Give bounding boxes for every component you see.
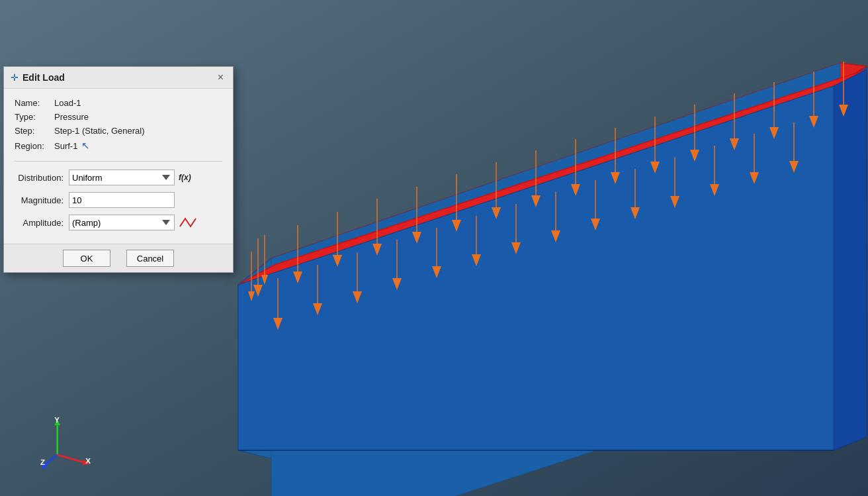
amplitude-row: Amplitude: (Ramp) Step Smooth Step [15,215,222,230]
type-row: Type: Pressure [15,112,222,122]
ok-button[interactable]: OK [63,250,110,267]
distribution-row: Distribution: Uniform User-defined f(x) [15,170,222,185]
cancel-button[interactable]: Cancel [126,250,174,267]
step-row: Step: Step-1 (Static, General) [15,126,222,136]
type-value: Pressure [54,112,89,122]
cursor-icon: ↖ [81,140,90,152]
svg-line-81 [58,455,84,463]
name-value: Load-1 [54,98,81,108]
magnitude-label: Magnitude: [15,195,69,205]
magnitude-input[interactable] [69,192,175,208]
svg-marker-10 [834,70,867,450]
divider [15,161,222,162]
svg-line-79 [44,455,58,465]
fx-button[interactable]: f(x) [179,173,191,182]
name-label: Name: [15,98,54,108]
distribution-label: Distribution: [15,173,69,183]
form-section: Distribution: Uniform User-defined f(x) … [15,170,222,230]
dialog-title: Edit Load [22,72,65,83]
region-label: Region: [15,141,54,151]
amplitude-select[interactable]: (Ramp) Step Smooth Step [69,215,175,230]
region-value: Surf-1 [54,141,77,151]
name-row: Name: Load-1 [15,98,222,108]
magnitude-row: Magnitude: [15,192,222,208]
distribution-select[interactable]: Uniform User-defined [69,170,175,185]
x-axis-label: X [85,457,91,465]
z-axis-label: Z [40,458,45,466]
y-axis-label: Y [54,417,60,424]
amplitude-label: Amplitude: [15,218,69,228]
dialog-footer: OK Cancel [4,244,233,272]
ramp-icon [179,216,197,229]
region-row: Region: Surf-1 ↖ [15,140,222,152]
step-label: Step: [15,126,54,136]
type-label: Type: [15,112,54,122]
dialog-body: Name: Load-1 Type: Pressure Step: Step-1… [4,89,233,244]
dialog-titlebar[interactable]: ✛ Edit Load × [4,67,233,89]
axis-indicator: Y Z X [40,417,93,470]
dialog-close-button[interactable]: × [215,71,226,84]
edit-load-dialog: ✛ Edit Load × Name: Load-1 Type: Pressur… [3,66,234,273]
dialog-icon: ✛ [11,72,19,83]
step-value: Step-1 (Static, General) [54,126,145,136]
